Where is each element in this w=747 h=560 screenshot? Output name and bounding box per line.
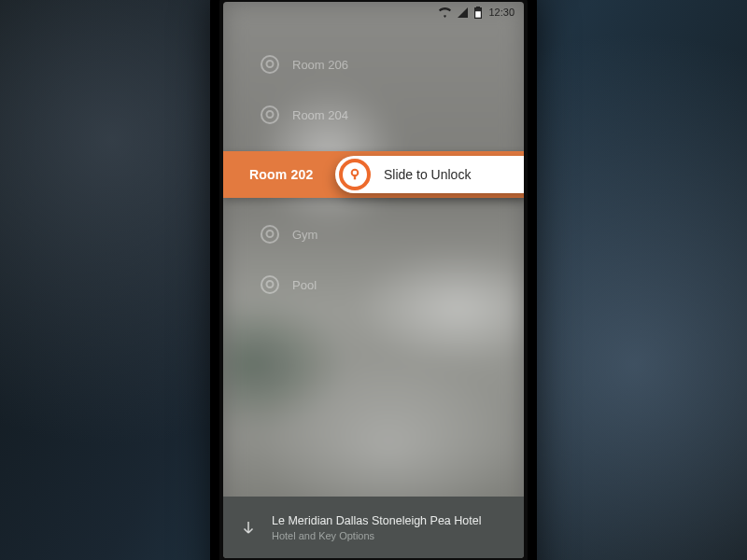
chevron-down-icon [240, 519, 257, 536]
room-label: Gym [292, 228, 317, 242]
room-item[interactable]: Gym [223, 209, 524, 259]
hotel-info-text: Le Meridian Dallas Stoneleigh Pea Hotel … [272, 513, 481, 542]
key-icon [261, 275, 279, 294]
key-icon [261, 225, 279, 244]
desktop-backdrop: 12:30 Room 206 Room 204 Room 202 [0, 0, 747, 560]
status-bar: 12:30 [223, 2, 524, 22]
cell-signal-icon [458, 7, 468, 18]
rooms-list[interactable]: Room 206 Room 204 Room 202 [223, 39, 524, 310]
room-item[interactable]: Room 204 [223, 90, 524, 140]
svg-rect-1 [476, 11, 482, 18]
room-item[interactable]: Pool [223, 259, 524, 310]
room-label: Room 204 [292, 108, 348, 122]
hotel-name: Le Meridian Dallas Stoneleigh Pea Hotel [272, 513, 481, 529]
room-item[interactable]: Room 206 [223, 39, 524, 90]
slide-handle[interactable] [339, 159, 371, 190]
slide-to-unlock[interactable]: Slide to Unlock [335, 156, 524, 193]
hotel-info-bar[interactable]: Le Meridian Dallas Stoneleigh Pea Hotel … [223, 497, 524, 558]
key-icon [261, 55, 279, 74]
status-time: 12:30 [488, 7, 514, 18]
room-label: Room 206 [292, 58, 348, 72]
svg-rect-3 [354, 175, 356, 179]
keyhole-icon [347, 167, 362, 182]
room-item-selected[interactable]: Room 202 Slide to Unlock [223, 151, 524, 198]
slide-hint-text: Slide to Unlock [384, 167, 471, 182]
phone-frame: 12:30 Room 206 Room 204 Room 202 [210, 0, 537, 560]
room-label: Room 202 [249, 167, 314, 182]
hotel-subtitle: Hotel and Key Options [272, 530, 481, 541]
phone-screen: 12:30 Room 206 Room 204 Room 202 [223, 2, 524, 558]
key-icon [261, 105, 279, 124]
room-label: Pool [292, 278, 317, 292]
battery-icon [474, 7, 482, 19]
wifi-icon [439, 7, 451, 18]
